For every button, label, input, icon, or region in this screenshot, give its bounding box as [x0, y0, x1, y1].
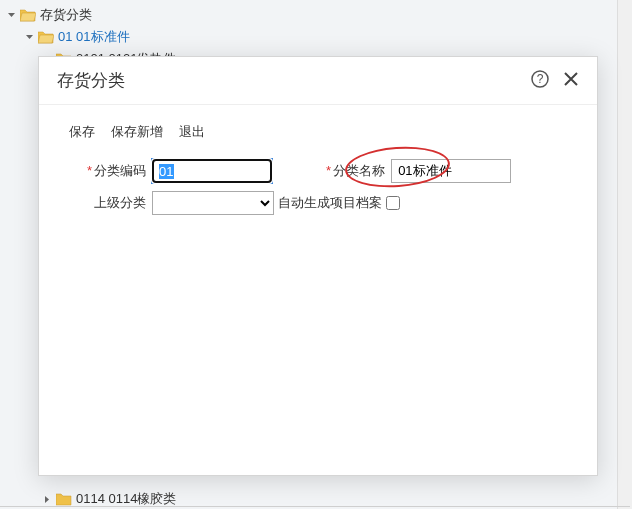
dialog-header: 存货分类 ?: [39, 57, 597, 105]
parent-category-select[interactable]: [152, 191, 274, 215]
collapse-icon[interactable]: [6, 10, 17, 21]
close-icon[interactable]: [563, 71, 579, 90]
collapse-icon[interactable]: [24, 32, 35, 43]
name-label: *分类名称: [326, 162, 385, 180]
tree-label-root: 存货分类: [40, 6, 92, 24]
exit-button[interactable]: 退出: [179, 123, 205, 141]
tree-node-root[interactable]: 存货分类: [0, 4, 631, 26]
tree-node-01[interactable]: 01 01标准件: [0, 26, 631, 48]
code-label: *分类编码: [87, 162, 146, 180]
dialog-toolbar: 保存 保存新增 退出: [39, 105, 597, 155]
scrollbar[interactable]: [617, 0, 632, 509]
folder-open-icon: [38, 30, 54, 44]
category-code-input[interactable]: [152, 159, 272, 183]
autogen-checkbox[interactable]: [386, 196, 400, 210]
save-button[interactable]: 保存: [69, 123, 95, 141]
autogen-label: 自动生成项目档案: [278, 194, 382, 212]
tree-label-01: 01 01标准件: [58, 28, 130, 46]
save-add-button[interactable]: 保存新增: [111, 123, 163, 141]
folder-icon: [56, 492, 72, 506]
parent-label: 上级分类: [94, 194, 146, 212]
help-icon[interactable]: ?: [531, 70, 549, 91]
divider: [0, 506, 630, 507]
inventory-category-dialog: 存货分类 ? 保存 保存新增 退出 *分类编码 *分类名称: [38, 56, 598, 476]
form-area: *分类编码 *分类名称 上级分类 自动生成项目档案: [39, 155, 597, 227]
svg-text:?: ?: [537, 72, 544, 86]
folder-open-icon: [20, 8, 36, 22]
expand-icon[interactable]: [42, 494, 53, 505]
category-name-input[interactable]: [391, 159, 511, 183]
dialog-title: 存货分类: [57, 69, 531, 92]
